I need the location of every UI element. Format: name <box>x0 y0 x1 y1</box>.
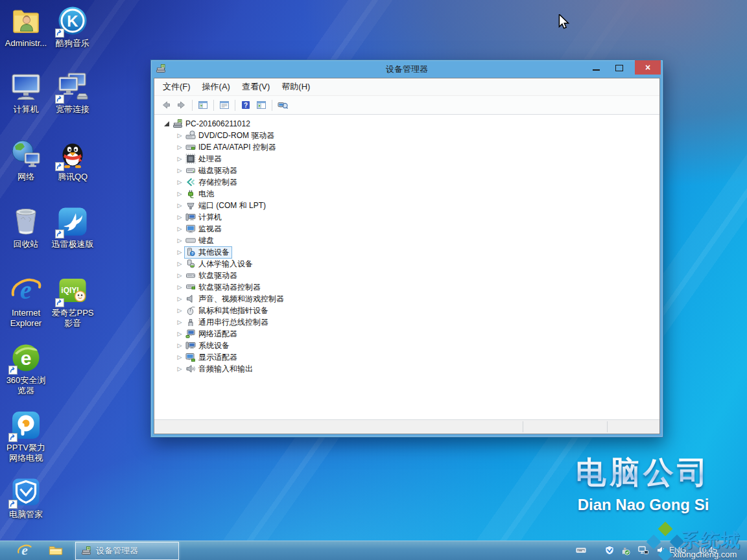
tree-item-16[interactable]: ▷鼠标和其他指针设备 <box>154 305 659 316</box>
menu-item-1[interactable]: 操作(A) <box>196 78 236 95</box>
expander-collapsed-icon[interactable]: ▷ <box>175 331 184 337</box>
taskbar-button-device-manager[interactable]: 设备管理器 <box>75 542 179 560</box>
desktop-icon-network[interactable]: 网络 <box>3 139 49 182</box>
desktop-icon-computer[interactable]: 计算机 <box>3 71 49 115</box>
tree-item-root[interactable]: PC-201606211012 <box>154 118 659 130</box>
desktop-icon-pc-manager[interactable]: 电脑管家 <box>3 476 49 520</box>
maximize-button[interactable] <box>610 60 629 75</box>
expander-expanded-icon[interactable] <box>162 121 171 126</box>
expander-collapsed-icon[interactable]: ▷ <box>175 167 184 174</box>
network-tray-icon[interactable] <box>638 545 648 555</box>
expander-collapsed-icon[interactable]: ▷ <box>175 261 184 267</box>
hid-icon <box>185 259 196 269</box>
properties-icon[interactable] <box>217 97 232 113</box>
tree-item-label: 通用串行总线控制器 <box>198 317 268 328</box>
storage-controller-icon <box>185 177 196 187</box>
expander-collapsed-icon[interactable]: ▷ <box>175 237 184 244</box>
expander-collapsed-icon[interactable]: ▷ <box>175 354 184 360</box>
svg-text:K: K <box>67 12 78 30</box>
expander-collapsed-icon[interactable]: ▷ <box>175 284 184 290</box>
desktop-icon-recycle-bin[interactable]: 回收站 <box>3 206 49 250</box>
tree-item-18[interactable]: ▷网络适配器 <box>154 328 659 340</box>
tree-item-label: PC-201606211012 <box>185 119 250 128</box>
tree-item-label: 监视器 <box>198 224 222 235</box>
desktop-icon-label: Administr... <box>3 38 49 49</box>
usb-safely-remove-icon[interactable] <box>620 545 630 555</box>
forward-arrow-icon[interactable] <box>174 97 189 113</box>
tree-item-17[interactable]: ▷通用串行总线控制器 <box>154 316 659 328</box>
volume-tray-icon[interactable] <box>656 545 667 555</box>
tree-item-21[interactable]: ▷音频输入和输出 <box>154 363 659 375</box>
desktop-icon-xunlei[interactable]: 迅雷极速版 <box>49 206 96 250</box>
tree-item-10[interactable]: ▷键盘 <box>154 235 659 246</box>
tree-item-6[interactable]: ▷电池 <box>154 188 659 200</box>
expander-collapsed-icon[interactable]: ▷ <box>175 249 184 255</box>
desktop-icon-360-browser[interactable]: e360安全浏览器 <box>3 342 49 396</box>
tree-item-8[interactable]: ▷计算机 <box>154 211 659 223</box>
tree-item-label: 其他设备 <box>198 247 230 258</box>
tree-item-15[interactable]: ▷声音、视频和游戏控制器 <box>154 293 659 305</box>
explorer-folder-icon[interactable] <box>48 542 64 558</box>
menu-item-2[interactable]: 查看(V) <box>236 78 276 95</box>
expander-collapsed-icon[interactable]: ▷ <box>175 144 184 150</box>
expander-collapsed-icon[interactable]: ▷ <box>175 156 184 162</box>
menu-item-0[interactable]: 文件(F) <box>157 78 196 95</box>
show-console-tree-icon[interactable] <box>195 97 211 113</box>
expander-collapsed-icon[interactable]: ▷ <box>175 191 184 197</box>
action-pane-icon[interactable] <box>254 97 269 113</box>
tree-item-label: 鼠标和其他指针设备 <box>198 305 268 316</box>
desktop-icon-broadband[interactable]: 宽带连接 <box>49 71 96 115</box>
expander-collapsed-icon[interactable]: ▷ <box>175 319 184 325</box>
expander-collapsed-icon[interactable]: ▷ <box>175 366 184 372</box>
tree-item-4[interactable]: ▷磁盘驱动器 <box>154 165 659 176</box>
ie-taskbar-icon[interactable]: e <box>17 542 32 558</box>
expander-collapsed-icon[interactable]: ▷ <box>175 226 184 232</box>
clock[interactable]: 10:45 <box>698 541 717 560</box>
desktop-icon-tencent-qq[interactable]: 腾讯QQ <box>49 139 96 182</box>
tree-item-2[interactable]: ▷IDE ATA/ATAPI 控制器 <box>154 141 659 153</box>
expander-collapsed-icon[interactable]: ▷ <box>175 202 184 209</box>
scan-hardware-icon[interactable] <box>275 97 290 113</box>
tree-item-5[interactable]: ▷存储控制器 <box>154 176 659 188</box>
tree-item-20[interactable]: ▷显示适配器 <box>154 351 659 363</box>
recycle-bin-icon <box>10 206 42 237</box>
expander-collapsed-icon[interactable]: ▷ <box>175 214 184 220</box>
back-arrow-icon[interactable] <box>158 97 174 113</box>
expander-collapsed-icon[interactable]: ▷ <box>175 342 184 349</box>
toolbar: ? <box>154 96 659 115</box>
expander-collapsed-icon[interactable]: ▷ <box>175 179 184 185</box>
help-icon[interactable]: ? <box>238 97 254 113</box>
desktop-icon-pptv[interactable]: PPTV聚力 网络电视 <box>3 410 49 463</box>
shortcut-arrow-icon <box>55 162 64 171</box>
tree-item-7[interactable]: ▷端口 (COM 和 LPT) <box>154 200 659 211</box>
expander-collapsed-icon[interactable]: ▷ <box>175 296 184 302</box>
toolbar-separator <box>272 100 272 111</box>
network-globe-icon <box>10 139 42 170</box>
tree-item-14[interactable]: ▷软盘驱动器控制器 <box>154 281 659 293</box>
broadband-icon <box>57 71 88 102</box>
desktop-icon-label: 360安全浏览器 <box>3 375 49 396</box>
expander-collapsed-icon[interactable]: ▷ <box>175 132 184 139</box>
device-manager-icon <box>81 546 91 556</box>
tree-item-1[interactable]: ▷DVD/CD-ROM 驱动器 <box>154 130 659 141</box>
tree-item-9[interactable]: ▷监视器 <box>154 223 659 235</box>
desktop-icon-iqiyi-pps[interactable]: iQIYI爱奇艺PPS 影音 <box>49 275 96 329</box>
desktop-icon-kugou-music[interactable]: K酷狗音乐 <box>49 5 96 49</box>
language-indicator[interactable]: ENG <box>669 541 686 560</box>
keyboard-tray-icon[interactable] <box>576 545 586 555</box>
shield-tray-icon[interactable] <box>604 545 615 555</box>
tree-item-3[interactable]: ▷处理器 <box>154 153 659 165</box>
close-button[interactable]: × <box>635 60 661 75</box>
shortcut-arrow-icon <box>8 500 18 509</box>
expander-collapsed-icon[interactable]: ▷ <box>175 307 184 314</box>
tree-item-11[interactable]: ▷?其他设备 <box>154 246 659 258</box>
minimize-button[interactable] <box>586 60 606 75</box>
tree-item-12[interactable]: ▷人体学输入设备 <box>154 258 659 270</box>
window-titlebar[interactable]: 设备管理器 × <box>151 60 663 78</box>
menu-item-3[interactable]: 帮助(H) <box>276 78 316 95</box>
tree-item-19[interactable]: ▷系统设备 <box>154 340 659 351</box>
expander-collapsed-icon[interactable]: ▷ <box>175 272 184 279</box>
desktop-icon-internet-explorer[interactable]: eInternet Explorer <box>3 275 49 329</box>
tree-item-13[interactable]: ▷软盘驱动器 <box>154 270 659 281</box>
desktop-icon-administrator[interactable]: Administr... <box>3 5 49 49</box>
